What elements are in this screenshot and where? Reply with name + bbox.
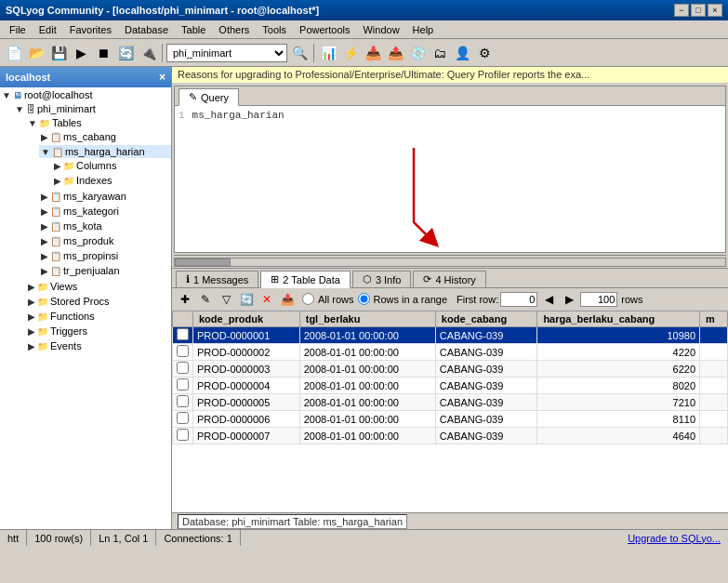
row-checkbox[interactable]	[173, 394, 193, 411]
row-checkbox[interactable]	[173, 378, 193, 394]
row-checkbox[interactable]	[173, 361, 193, 378]
row-checkbox[interactable]	[173, 344, 193, 361]
tb-refresh-button[interactable]: 🔄	[115, 43, 136, 63]
tree-tables[interactable]: ▼ 📁 Tables ▶ 📋 ms_caban	[26, 115, 171, 279]
dt-edit-button[interactable]: ✎	[196, 291, 215, 308]
tb-import-button[interactable]: 📥	[363, 43, 383, 63]
query-tab[interactable]: ✎ Query	[179, 88, 239, 106]
tb-stop-button[interactable]: ⏹	[93, 43, 113, 63]
dt-filter-button[interactable]: ▽	[217, 291, 235, 308]
row-checkbox[interactable]	[173, 411, 193, 428]
tree-tr-penjualan[interactable]: ▶ 📋 tr_penjualan	[39, 263, 171, 278]
close-button[interactable]: ×	[708, 4, 722, 17]
tb-settings-button[interactable]: ⚙	[474, 43, 495, 63]
tree-stored-procs[interactable]: ▶ 📁 Stored Procs	[26, 294, 171, 309]
tb-table-button[interactable]: 📊	[318, 43, 338, 63]
tb-structure-button[interactable]: 🗂	[430, 43, 450, 63]
indexes-expand: ▶	[54, 176, 61, 186]
tb-export-button[interactable]: 📤	[385, 43, 405, 63]
cell-kode-cabang: CABANG-039	[435, 344, 537, 361]
cell-harga: 4220	[537, 344, 700, 361]
menu-help[interactable]: Help	[407, 23, 440, 36]
dt-refresh-button[interactable]: 🔄	[237, 291, 256, 308]
tb-new-button[interactable]: 📄	[4, 43, 24, 63]
tree-ms-kota[interactable]: ▶ 📋 ms_kota	[39, 219, 171, 233]
minimize-button[interactable]: −	[674, 4, 689, 17]
col-kode-cabang: kode_cabang	[435, 311, 537, 327]
radio-all-rows[interactable]	[302, 293, 314, 305]
scroll-thumb[interactable]	[175, 258, 231, 266]
tree-indexes[interactable]: ▶ 📁 Indexes	[52, 173, 171, 188]
dt-next-button[interactable]: ▶	[560, 291, 578, 308]
menu-edit[interactable]: Edit	[33, 23, 62, 36]
tree-ms-karyawan[interactable]: ▶ 📋 ms_karyawan	[39, 189, 171, 204]
dt-delete-button[interactable]: ✕	[258, 291, 276, 308]
tb-save-button[interactable]: 💾	[48, 43, 69, 63]
tree-ms-cabang[interactable]: ▶ 📋 ms_cabang	[39, 129, 171, 144]
rows-count-input[interactable]	[580, 292, 617, 307]
scroll-track[interactable]	[174, 258, 726, 267]
table-row[interactable]: PROD-0000003 2008-01-01 00:00:00 CABANG-…	[173, 361, 728, 378]
cell-harga: 10980	[537, 327, 700, 344]
tb-user-button[interactable]: 👤	[452, 43, 472, 63]
horizontal-scrollbar[interactable]	[174, 255, 726, 268]
data-grid[interactable]: kode_produk tgl_berlaku kode_cabang harg…	[172, 311, 728, 512]
sidebar-header: localhost ×	[0, 67, 171, 87]
menu-favorites[interactable]: Favorites	[64, 23, 117, 36]
tb-open-button[interactable]: 📂	[26, 43, 46, 63]
menu-database[interactable]: Database	[119, 23, 174, 36]
first-row-label: First row:	[457, 294, 498, 305]
tree-triggers[interactable]: ▶ 📁 Triggers	[26, 324, 171, 338]
sidebar: localhost × ▼ 🖥 root@localhost ▼ 🗄 phi_m…	[0, 67, 172, 529]
ms-produk-icon: 📋	[50, 236, 61, 246]
tab-table-data[interactable]: ⊞ 2 Table Data	[260, 271, 351, 288]
table-row[interactable]: PROD-0000001 2008-01-01 00:00:00 CABANG-…	[173, 327, 728, 344]
maximize-button[interactable]: □	[691, 4, 706, 17]
tb-connect-button[interactable]: 🔌	[138, 43, 158, 63]
menu-table[interactable]: Table	[176, 23, 211, 36]
tab-messages-label: 1 Messages	[193, 274, 248, 285]
table-header: kode_produk tgl_berlaku kode_cabang harg…	[173, 311, 728, 327]
tree-root[interactable]: ▼ 🖥 root@localhost ▼ 🗄 phi_minimart	[0, 87, 171, 355]
radio-range-rows[interactable]	[358, 293, 370, 305]
tree-ms-harga-harian[interactable]: ▼ 📋 ms_harga_harian ▶ 📁	[39, 144, 171, 189]
root-label: root@localhost	[24, 89, 93, 100]
first-row-input[interactable]: 0	[500, 292, 537, 307]
table-row[interactable]: PROD-0000006 2008-01-01 00:00:00 CABANG-…	[173, 411, 728, 428]
sidebar-close-icon[interactable]: ×	[159, 71, 165, 84]
tb-backup-button[interactable]: 💿	[407, 43, 428, 63]
status-bar: Database: phi_minimart Table: ms_harga_h…	[172, 512, 728, 529]
table-row[interactable]: PROD-0000007 2008-01-01 00:00:00 CABANG-…	[173, 428, 728, 444]
menu-file[interactable]: File	[4, 23, 32, 36]
query-editor[interactable]: 1ms_harga_harian	[175, 106, 725, 252]
menu-powertools[interactable]: Powertools	[294, 23, 355, 36]
tree-ms-propinsi[interactable]: ▶ 📋 ms_propinsi	[39, 248, 171, 263]
tree-views[interactable]: ▶ 📁 Views	[26, 279, 171, 294]
menu-window[interactable]: Window	[357, 23, 404, 36]
tb-query-button[interactable]: ⚡	[340, 43, 361, 63]
table-row[interactable]: PROD-0000004 2008-01-01 00:00:00 CABANG-…	[173, 378, 728, 394]
tree-functions[interactable]: ▶ 📁 Functions	[26, 309, 171, 324]
tree-events[interactable]: ▶ 📁 Events	[26, 338, 171, 353]
row-checkbox[interactable]	[173, 428, 193, 444]
tb-run-button[interactable]: ▶	[71, 43, 91, 63]
dt-prev-button[interactable]: ◀	[539, 291, 558, 308]
harga-children: ▶ 📁 Columns ▶ �	[39, 158, 171, 188]
menu-others[interactable]: Others	[213, 23, 255, 36]
tb-search-button[interactable]: 🔍	[289, 43, 310, 63]
tab-messages[interactable]: ℹ 1 Messages	[176, 271, 258, 287]
table-row[interactable]: PROD-0000002 2008-01-01 00:00:00 CABANG-…	[173, 344, 728, 361]
tree-ms-produk[interactable]: ▶ 📋 ms_produk	[39, 233, 171, 248]
row-checkbox[interactable]	[173, 327, 193, 344]
tree-db[interactable]: ▼ 🗄 phi_minimart ▼ 📁 Tables	[13, 101, 171, 354]
tab-info[interactable]: ⬡ 3 Info	[352, 271, 412, 287]
database-selector[interactable]: phi_minimart	[166, 44, 287, 62]
dt-export-button[interactable]: 📤	[278, 291, 297, 308]
table-row[interactable]: PROD-0000005 2008-01-01 00:00:00 CABANG-…	[173, 394, 728, 411]
tab-history[interactable]: ⟳ 4 History	[413, 271, 485, 287]
tree-columns[interactable]: ▶ 📁 Columns	[52, 158, 171, 173]
tree-ms-kategori[interactable]: ▶ 📋 ms_kategori	[39, 204, 171, 219]
dt-add-button[interactable]: ✚	[176, 291, 194, 308]
menu-tools[interactable]: Tools	[257, 23, 292, 36]
upgrade-link[interactable]: Upgrade to SQLyo...	[620, 533, 728, 544]
